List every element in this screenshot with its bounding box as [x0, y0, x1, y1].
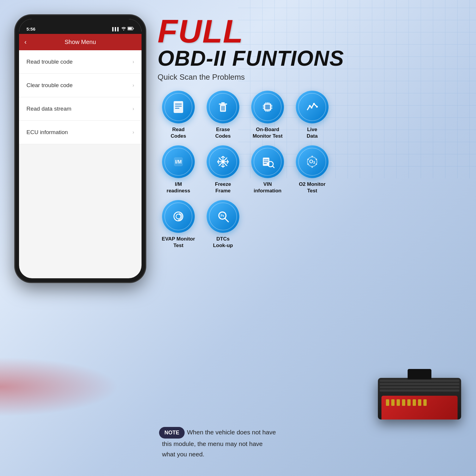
on-board-monitor-label: On-BoardMonitor Test [253, 126, 283, 139]
chip-icon [251, 91, 284, 123]
svg-text:I/M: I/M [175, 159, 182, 164]
headline-full: FULL [158, 15, 470, 48]
nav-title: Show Menu [65, 39, 96, 45]
evap-monitor-icon-circle [162, 200, 195, 233]
note-section: NOTEWhen the vehicle does not have this … [159, 427, 372, 460]
wifi-icon [121, 26, 126, 32]
svg-point-54 [312, 166, 313, 168]
menu-item-read-data[interactable]: Read data stream › [19, 97, 142, 121]
svg-line-34 [219, 158, 227, 166]
svg-marker-61 [179, 213, 181, 215]
features-section: FULL OBD-II FUNTIONS Quick Scan the Prob… [158, 15, 470, 249]
note-line2: this module, the menu may not have [162, 440, 263, 447]
svg-point-59 [174, 212, 183, 221]
note-line3: what you need. [162, 451, 204, 458]
im-readiness-icon-circle: I/M [162, 145, 195, 178]
dtcs-lookup-label: DTCsLook-up [213, 236, 233, 249]
svg-rect-2 [174, 101, 183, 113]
svg-point-36 [221, 160, 224, 163]
dtcs-icon: Px [207, 200, 239, 233]
menu-item-ecu-label: ECU information [26, 129, 68, 136]
connector-body [378, 378, 461, 420]
feature-live-data: LiveData [291, 91, 333, 139]
erase-codes-icon-circle [207, 91, 239, 123]
svg-point-57 [307, 159, 309, 160]
menu-item-ecu[interactable]: ECU information › [19, 121, 142, 144]
svg-rect-12 [264, 103, 271, 111]
im-readiness-label: I/Mreadiness [166, 181, 190, 194]
svg-rect-23 [271, 105, 272, 106]
headline-obd: OBD-II FUNTIONS [158, 48, 470, 69]
obd-connector [378, 363, 467, 434]
battery-icon [128, 27, 134, 31]
chart-icon [296, 91, 329, 123]
ridge-2 [380, 383, 459, 385]
menu-item-clear-trouble[interactable]: Clear trouble code › [19, 74, 142, 97]
connector-pins [381, 396, 458, 409]
svg-rect-18 [267, 111, 268, 112]
evap-monitor-label: EVAP MonitorTest [162, 236, 195, 249]
document-icon [162, 91, 195, 123]
svg-rect-13 [265, 105, 270, 109]
svg-line-35 [219, 158, 227, 166]
live-data-label: LiveData [307, 126, 318, 139]
back-button[interactable]: ‹ [24, 38, 26, 46]
svg-point-55 [316, 159, 317, 160]
svg-point-58 [316, 164, 317, 165]
menu-item-read-data-label: Read data stream [26, 106, 71, 112]
o2-icon: O₂ [296, 145, 329, 178]
svg-point-56 [307, 164, 309, 165]
svg-rect-8 [221, 102, 225, 103]
freeze-frame-icon-circle [207, 145, 239, 178]
feature-dtcs-lookup: Px DTCsLook-up [202, 200, 244, 249]
erase-codes-label: EraseCodes [215, 126, 231, 139]
menu-item-read-trouble[interactable]: Read trouble code › [19, 50, 142, 74]
o2-monitor-label: O2 MonitorTest [299, 181, 326, 194]
svg-line-37 [221, 156, 223, 158]
trash-icon [207, 91, 239, 123]
svg-line-44 [227, 162, 228, 164]
pin [397, 399, 400, 406]
connector-red-part [381, 396, 458, 420]
svg-rect-45 [263, 158, 269, 166]
svg-text:O₂: O₂ [309, 159, 315, 164]
svg-point-26 [309, 105, 311, 107]
svg-point-51 [307, 157, 317, 166]
svg-rect-15 [267, 102, 268, 103]
svg-line-38 [223, 156, 225, 158]
read-codes-icon-circle [162, 91, 195, 123]
svg-rect-17 [266, 111, 266, 112]
svg-point-60 [176, 214, 181, 219]
pin [413, 399, 416, 406]
pin [386, 399, 389, 406]
svg-point-27 [311, 107, 312, 109]
vin-icon [251, 145, 284, 178]
svg-line-50 [273, 166, 274, 168]
menu-list: Read trouble code › Clear trouble code ›… [19, 50, 142, 144]
svg-point-28 [313, 103, 315, 105]
note-text: NOTEWhen the vehicle does not have this … [159, 427, 372, 460]
note-badge: NOTE [159, 427, 185, 439]
live-data-icon-circle [296, 91, 329, 123]
svg-rect-14 [266, 102, 266, 103]
feature-im-readiness: I/M I/Mreadiness [158, 145, 199, 194]
features-grid: ReadCodes EraseCodes [158, 91, 470, 249]
svg-rect-20 [263, 105, 264, 106]
menu-item-clear-trouble-label: Clear trouble code [26, 82, 73, 89]
feature-freeze-frame: FreezeFrame [202, 145, 244, 194]
chevron-right-icon: › [133, 59, 134, 65]
vin-info-label: VINinformation [254, 181, 282, 194]
o2-monitor-icon-circle: O₂ [296, 145, 329, 178]
svg-point-49 [268, 161, 273, 167]
red-glow-effect [0, 357, 119, 417]
svg-line-42 [218, 162, 219, 164]
feature-o2-monitor: O₂ O2 MonitorTest [291, 145, 333, 194]
evap-icon [162, 200, 195, 233]
feature-erase-codes: EraseCodes [202, 91, 244, 139]
im-icon: I/M [162, 145, 195, 178]
phone-screen: 5:56 ▌▌▌ [19, 19, 142, 278]
feature-read-codes: ReadCodes [158, 91, 199, 139]
svg-rect-6 [220, 105, 226, 112]
feature-vin-info: VINinformation [247, 145, 288, 194]
svg-text:Px: Px [221, 214, 224, 217]
